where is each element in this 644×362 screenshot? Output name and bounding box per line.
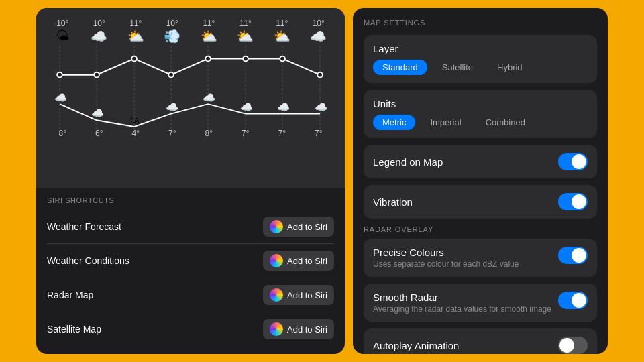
precise-colours-toggle[interactable]	[558, 247, 588, 264]
vibration-label: Vibration	[373, 196, 413, 208]
autoplay-animation-toggle[interactable]	[558, 337, 588, 354]
layer-standard-btn[interactable]: Standard	[373, 60, 427, 75]
svg-point-13	[243, 56, 248, 62]
svg-point-14	[280, 56, 285, 62]
layer-group: Layer Standard Satellite Hybrid	[364, 35, 597, 83]
svg-point-8	[57, 72, 62, 78]
weather-chart: 10° 🌤 10° ☁️ 11° ⛅ 10° 💨 11° ⛅	[36, 8, 345, 188]
toggle-knob	[572, 154, 586, 169]
siri-weather-forecast-label: Weather Forecast	[47, 221, 121, 232]
svg-text:☁️: ☁️	[54, 91, 68, 104]
toggle-knob	[559, 338, 574, 353]
add-siri-satellite-map-button[interactable]: Add to Siri	[263, 319, 334, 339]
precise-colours-label: Precise Colours	[373, 247, 551, 258]
svg-text:🌬: 🌬	[129, 115, 139, 127]
vibration-row: Vibration	[364, 185, 597, 219]
legend-on-map-row: Legend on Map	[364, 145, 597, 178]
add-siri-weather-forecast-text: Add to Siri	[287, 222, 327, 232]
svg-text:☁️: ☁️	[277, 101, 290, 113]
svg-point-15	[317, 72, 323, 78]
svg-point-11	[168, 72, 174, 78]
svg-point-9	[94, 72, 99, 78]
add-siri-weather-conditions-button[interactable]: Add to Siri	[263, 251, 334, 271]
add-siri-weather-forecast-button[interactable]: Add to Siri	[263, 217, 334, 237]
svg-text:☁️: ☁️	[166, 101, 179, 113]
siri-item-radar-map: Radar Map Add to Siri	[47, 278, 334, 312]
units-group: Units Metric Imperial Combined	[364, 90, 597, 138]
svg-text:☁️: ☁️	[203, 91, 216, 104]
siri-orb-icon	[270, 322, 283, 336]
smooth-radar-toggle[interactable]	[558, 292, 588, 309]
layer-hybrid-btn[interactable]: Hybrid	[488, 60, 532, 75]
layer-satellite-btn[interactable]: Satellite	[433, 60, 482, 75]
units-combined-btn[interactable]: Combined	[476, 115, 535, 130]
layer-segment-control: Standard Satellite Hybrid	[373, 60, 588, 75]
vibration-toggle[interactable]	[558, 193, 588, 210]
toggle-knob	[572, 194, 586, 209]
toggle-knob	[572, 293, 586, 308]
add-siri-radar-map-button[interactable]: Add to Siri	[263, 285, 334, 305]
precise-colours-row: Precise Colours Uses separate colour for…	[364, 239, 597, 277]
siri-section: SIRI SHORTCUTS Weather Forecast Add to S…	[36, 188, 345, 354]
svg-text:☁️: ☁️	[315, 101, 328, 113]
layer-label: Layer	[373, 43, 588, 54]
svg-text:☁️: ☁️	[91, 107, 105, 119]
autoplay-animation-row: Autoplay Animation	[364, 328, 597, 354]
smooth-radar-row: Smooth Radar Averaging the radar data va…	[364, 284, 597, 322]
smooth-radar-text: Smooth Radar Averaging the radar data va…	[373, 292, 551, 314]
siri-item-weather-forecast: Weather Forecast Add to Siri	[47, 210, 334, 244]
siri-orb-icon	[270, 220, 283, 233]
add-siri-weather-conditions-text: Add to Siri	[287, 256, 327, 266]
toggle-knob	[572, 248, 586, 263]
radar-overlay-title: RADAR OVERLAY	[364, 225, 597, 233]
units-imperial-btn[interactable]: Imperial	[421, 115, 470, 130]
siri-orb-icon	[270, 254, 283, 267]
add-siri-satellite-map-text: Add to Siri	[287, 324, 327, 335]
units-segment-control: Metric Imperial Combined	[373, 115, 588, 130]
siri-radar-map-label: Radar Map	[47, 290, 93, 300]
precise-colours-text: Precise Colours Uses separate colour for…	[373, 247, 551, 269]
siri-item-weather-conditions: Weather Conditions Add to Siri	[47, 244, 334, 278]
smooth-radar-sub: Averaging the radar data values for smoo…	[373, 304, 551, 314]
legend-on-map-toggle[interactable]	[558, 153, 588, 170]
svg-point-10	[131, 56, 137, 62]
siri-weather-conditions-label: Weather Conditions	[47, 255, 129, 266]
siri-item-satellite-map: Satellite Map Add to Siri	[47, 312, 334, 346]
right-panel: MAP SETTINGS Layer Standard Satellite Hy…	[353, 8, 608, 354]
day-labels: Fri 8 Sat 9 Sun 10 Mon 11 Tue 12 Wed 13	[42, 186, 339, 188]
weather-line-chart: ☁️ ☁️ 🌬 ☁️ ☁️ ☁️ ☁️ ☁️	[42, 44, 339, 131]
svg-point-12	[205, 56, 211, 62]
smooth-radar-label: Smooth Radar	[373, 292, 551, 303]
legend-on-map-label: Legend on Map	[373, 156, 443, 168]
map-settings-title: MAP SETTINGS	[364, 19, 597, 27]
precise-colours-sub: Uses separate colour for each dBZ value	[373, 259, 551, 269]
left-panel: 10° 🌤 10° ☁️ 11° ⛅ 10° 💨 11° ⛅	[36, 8, 345, 354]
units-metric-btn[interactable]: Metric	[373, 115, 415, 130]
autoplay-animation-label: Autoplay Animation	[373, 340, 459, 351]
siri-satellite-map-label: Satellite Map	[47, 324, 101, 335]
siri-section-label: SIRI SHORTCUTS	[47, 196, 334, 204]
units-label: Units	[373, 98, 588, 109]
svg-text:☁️: ☁️	[240, 101, 254, 113]
add-siri-radar-map-text: Add to Siri	[287, 290, 327, 300]
siri-orb-icon	[270, 288, 283, 302]
